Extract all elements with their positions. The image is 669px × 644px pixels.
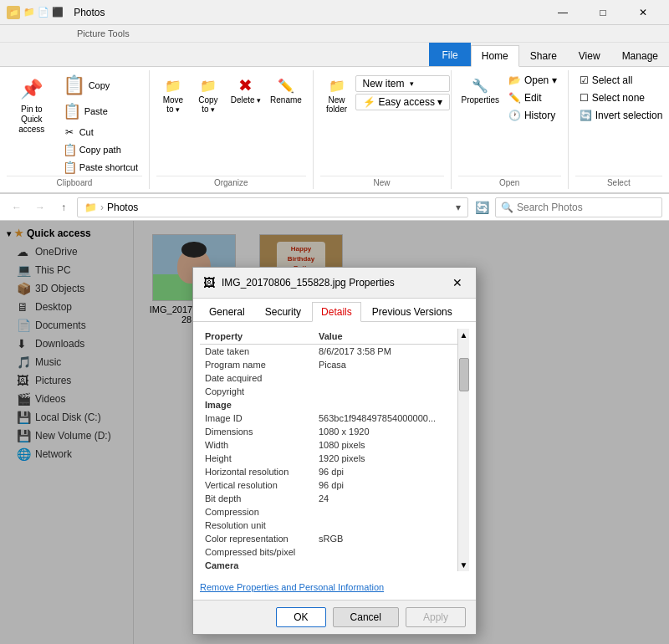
table-row: Dimensions 1080 x 1920 — [200, 425, 457, 438]
prop-date-taken: Date taken — [200, 345, 314, 359]
delete-icon: ✖ — [236, 75, 256, 95]
properties-button[interactable]: 🔧 Properties — [458, 72, 503, 108]
search-icon: 🔍 — [501, 202, 513, 213]
scrollbar[interactable]: ▲ ▼ — [457, 329, 469, 571]
scroll-up-button[interactable]: ▲ — [458, 329, 470, 341]
ribbon-container: Picture Tools File Home Share View Manag… — [0, 25, 669, 67]
easy-access-icon: ⚡ — [363, 96, 375, 108]
copy-button[interactable]: 📋 Copy — [59, 72, 142, 99]
tab-home[interactable]: Home — [471, 45, 519, 67]
copy-label: Copy — [89, 80, 110, 90]
select-all-icon: ☑ — [580, 74, 589, 86]
select-none-button[interactable]: ☐ Select none — [575, 89, 667, 106]
title-bar: 📁 📁 📄 ⬛ Photos — □ ✕ — [0, 0, 669, 25]
cut-button[interactable]: ✂ Cut — [59, 124, 142, 141]
tab-file[interactable]: File — [429, 43, 470, 66]
prop-bit-depth: Bit depth — [200, 492, 314, 505]
main-area: ▾ ★ Quick access ☁ OneDrive 💻 This PC 📦 … — [0, 221, 669, 644]
scroll-down-button[interactable]: ▼ — [458, 559, 470, 571]
history-button[interactable]: 🕐 History — [504, 107, 561, 124]
paste-shortcut-button[interactable]: 📋 Paste shortcut — [59, 159, 142, 176]
open-icon: 📂 — [508, 74, 521, 86]
maximize-button[interactable]: □ — [584, 0, 622, 25]
rename-label: Rename — [270, 95, 302, 105]
prop-dimensions: Dimensions — [200, 425, 314, 438]
invert-selection-button[interactable]: 🔄 Invert selection — [575, 107, 667, 124]
prop-date-acquired: Date acquired — [200, 371, 314, 385]
properties-icon: 🔧 — [470, 75, 490, 95]
camera-section-header: Camera — [200, 559, 457, 571]
modal-tab-previous-versions[interactable]: Previous Versions — [363, 302, 462, 321]
select-none-icon: ☐ — [580, 92, 589, 104]
search-input[interactable] — [517, 202, 656, 213]
modal-close-button[interactable]: ✕ — [449, 274, 466, 291]
tab-manage[interactable]: Manage — [611, 44, 669, 66]
edit-button[interactable]: ✏️ Edit — [504, 89, 561, 106]
prop-resolution-unit: Resolution unit — [200, 519, 314, 532]
val-compression — [314, 505, 457, 519]
forward-button[interactable]: → — [30, 197, 50, 217]
open-content: 🔧 Properties 📂 Open ▾ ✏️ Edit 🕐 History — [458, 72, 561, 176]
prop-program-name: Program name — [200, 358, 314, 371]
easy-access-button[interactable]: ⚡ Easy access ▾ — [355, 94, 451, 110]
open-label: Open ▾ — [524, 74, 557, 86]
prop-image-id: Image ID — [200, 411, 314, 425]
modal-tab-details[interactable]: Details — [312, 302, 361, 322]
pin-to-quick-button[interactable]: 📌 Pin to Quickaccess — [7, 72, 57, 139]
copy-path-button[interactable]: 📋 Copy path — [59, 141, 142, 158]
val-v-resolution: 96 dpi — [314, 478, 457, 492]
table-row: Vertical resolution 96 dpi — [200, 478, 457, 492]
apply-button[interactable]: Apply — [406, 607, 466, 627]
remove-properties-link[interactable]: Remove Properties and Personal Informati… — [200, 582, 384, 592]
table-row: Program name Picasa — [200, 358, 457, 371]
val-date-acquired — [314, 371, 457, 385]
scrollbar-area: Property Value Date taken 8/6/2017 3:58 … — [200, 329, 469, 571]
table-row: Height 1920 pixels — [200, 452, 457, 465]
delete-label: Delete — [231, 95, 261, 105]
new-folder-label: Newfolder — [326, 95, 347, 114]
tab-view[interactable]: View — [568, 44, 611, 66]
select-group: ☑ Select all ☐ Select none 🔄 Invert sele… — [569, 70, 669, 189]
clipboard-content: 📌 Pin to Quickaccess 📋 Copy 📋 Paste ✂ Cu… — [7, 72, 142, 176]
invert-label: Invert selection — [595, 110, 663, 121]
modal-tab-general[interactable]: General — [200, 302, 254, 321]
new-folder-icon: 📁 — [327, 75, 347, 95]
tab-share[interactable]: Share — [519, 44, 568, 66]
refresh-button[interactable]: 🔄 — [472, 197, 492, 217]
new-item-button[interactable]: New item — [355, 75, 451, 92]
rename-button[interactable]: ✏️ Rename — [266, 72, 305, 108]
open-button[interactable]: 📂 Open ▾ — [504, 72, 561, 89]
properties-label: Properties — [462, 95, 500, 105]
modal-tab-security[interactable]: Security — [256, 302, 310, 321]
image-section-header: Image — [200, 398, 457, 411]
invert-icon: 🔄 — [580, 110, 592, 121]
move-to-button[interactable]: 📁 Moveto — [156, 72, 190, 117]
select-all-button[interactable]: ☑ Select all — [575, 72, 667, 89]
chevron-down-icon[interactable]: ▾ — [456, 202, 461, 213]
delete-button[interactable]: ✖ Delete — [227, 72, 264, 108]
organize-label: Organize — [156, 176, 306, 187]
table-row: Copyright — [200, 385, 457, 398]
clipboard-actions: 📋 Copy 📋 Paste ✂ Cut 📋 Copy path — [59, 72, 142, 176]
table-row: Horizontal resolution 96 dpi — [200, 465, 457, 478]
move-icon: 📁 — [163, 75, 183, 95]
minimize-button[interactable]: — — [544, 0, 582, 25]
back-button[interactable]: ← — [7, 197, 27, 217]
cancel-button[interactable]: Cancel — [333, 607, 399, 627]
search-box[interactable]: 🔍 — [495, 197, 662, 217]
close-button[interactable]: ✕ — [624, 0, 662, 25]
paste-button[interactable]: 📋 Paste — [59, 100, 142, 123]
ok-button[interactable]: OK — [276, 607, 325, 627]
modal-title-bar: 🖼 IMG_20170806_155828.jpg Properties ✕ — [193, 268, 476, 299]
table-row: Color representation sRGB — [200, 532, 457, 545]
new-label: New — [320, 176, 444, 187]
prop-v-resolution: Vertical resolution — [200, 478, 314, 492]
copy-to-button[interactable]: 📁 Copyto — [192, 72, 225, 117]
ribbon-tabs: File Home Share View Manage — [429, 43, 669, 66]
open-group: 🔧 Properties 📂 Open ▾ ✏️ Edit 🕐 History … — [452, 70, 569, 189]
scrollbar-thumb[interactable] — [459, 358, 469, 391]
prop-color-rep: Color representation — [200, 532, 314, 545]
address-path[interactable]: 📁 › Photos ▾ — [77, 197, 468, 217]
new-folder-button[interactable]: 📁 Newfolder — [320, 72, 354, 117]
up-button[interactable]: ↑ — [54, 197, 74, 217]
